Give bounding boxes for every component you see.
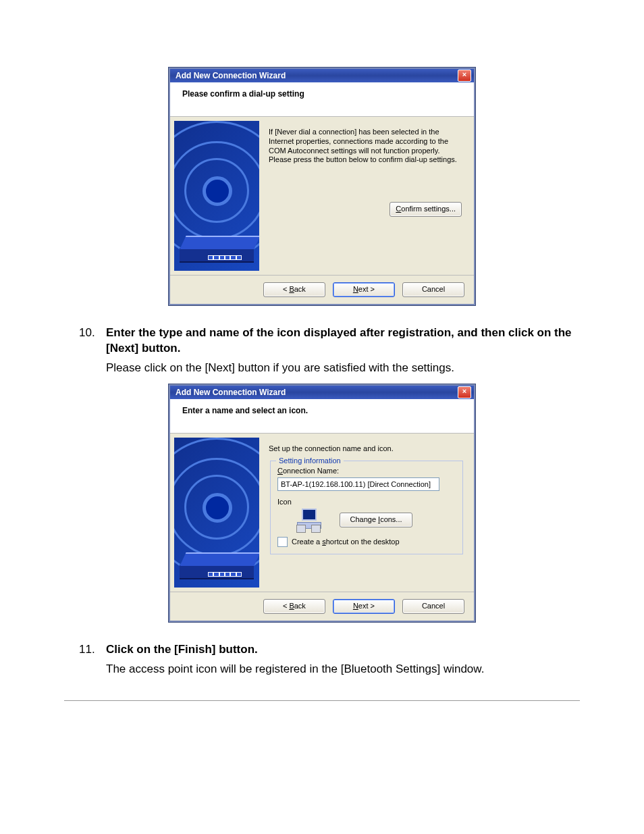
dialog-heading: Please confirm a dial-up setting xyxy=(170,82,474,117)
back-button[interactable]: < Back xyxy=(263,599,325,614)
create-shortcut-row[interactable]: Create a shortcut on the desktop xyxy=(277,537,456,547)
window-title: Add New Connection Wizard xyxy=(176,388,458,397)
step-number: 11. xyxy=(79,642,106,677)
step-number: 10. xyxy=(79,325,106,376)
close-icon[interactable]: × xyxy=(458,386,471,398)
network-icon[interactable] xyxy=(296,509,321,531)
wizard-sidebar-graphic xyxy=(174,438,259,588)
cancel-button[interactable]: Cancel xyxy=(402,282,464,297)
step-11-note: The access point icon will be registered… xyxy=(106,662,580,677)
step-11-title: Click on the [Finish] button. xyxy=(106,643,258,656)
step-11: 11. Click on the [Finish] button. The ac… xyxy=(79,642,580,677)
next-button[interactable]: Next > xyxy=(333,599,395,614)
dialog-confirm-dialup: Add New Connection Wizard × Please confi… xyxy=(169,68,475,305)
shortcut-label: Create a shortcut on the desktop xyxy=(292,538,400,546)
confirm-settings-button[interactable]: Confirm settings... xyxy=(390,202,462,217)
dialog-heading: Enter a name and select an icon. xyxy=(170,399,474,434)
connection-name-input[interactable]: BT-AP-1(192.168.100.11) [Direct Connecti… xyxy=(277,477,439,491)
window-title: Add New Connection Wizard xyxy=(176,71,458,80)
dialog-body: If [Never dial a connection] has been se… xyxy=(170,117,474,275)
change-icons-button[interactable]: Change Icons... xyxy=(340,513,412,527)
wizard-button-row: < Back Next > Cancel xyxy=(170,275,474,304)
cancel-button[interactable]: Cancel xyxy=(402,599,464,614)
icon-label: Icon xyxy=(277,498,456,506)
dialog-content: Set up the connection name and icon. Set… xyxy=(265,434,474,592)
titlebar[interactable]: Add New Connection Wizard × xyxy=(170,69,474,82)
wizard-sidebar-graphic xyxy=(174,121,259,271)
footer-rule xyxy=(64,700,580,701)
step-10-title: Enter the type and name of the icon disp… xyxy=(106,326,572,355)
back-button[interactable]: < Back xyxy=(263,282,325,297)
connection-name-label: Connection Name: xyxy=(277,467,456,475)
checkbox-icon[interactable] xyxy=(277,537,288,547)
group-legend: Setting information xyxy=(276,457,344,465)
wizard-button-row: < Back Next > Cancel xyxy=(170,592,474,621)
step-10-note: Please click on the [Next] button if you… xyxy=(106,361,580,376)
dialog-body: Set up the connection name and icon. Set… xyxy=(170,434,474,592)
next-button[interactable]: Next > xyxy=(333,282,395,297)
dialog-name-and-icon: Add New Connection Wizard × Enter a name… xyxy=(169,384,475,622)
titlebar[interactable]: Add New Connection Wizard × xyxy=(170,386,474,399)
dialup-explanation: If [Never dial a connection] has been se… xyxy=(269,128,464,165)
setup-intro: Set up the connection name and icon. xyxy=(269,444,464,454)
close-icon[interactable]: × xyxy=(458,70,471,82)
dialog-content: If [Never dial a connection] has been se… xyxy=(265,117,474,275)
step-10: 10. Enter the type and name of the icon … xyxy=(79,325,580,376)
setting-information-group: Setting information Connection Name: BT-… xyxy=(270,461,463,554)
